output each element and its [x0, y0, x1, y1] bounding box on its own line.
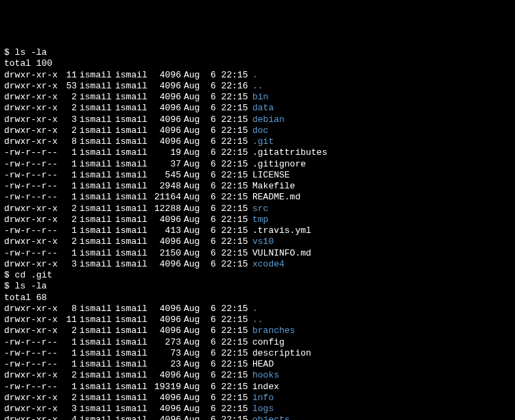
listing-row: drwxr-xr-x2ismailismail12288Aug 6 22:15s… — [4, 203, 511, 214]
command-text: ls -la — [15, 281, 47, 292]
listing-row: drwxr-xr-x3ismailismail4096Aug 6 22:15lo… — [4, 404, 511, 415]
link-count: 1 — [60, 359, 77, 370]
terminal-output[interactable]: $ ls -latotal 100drwxr-xr-x11ismailismai… — [4, 47, 511, 420]
link-count: 3 — [60, 114, 77, 125]
listing-row: -rw-r--r--1ismailismail413Aug 6 22:15.tr… — [4, 225, 511, 236]
owner-name: ismail — [77, 147, 112, 158]
permissions: -rw-r--r-- — [4, 147, 60, 158]
permissions: -rw-r--r-- — [4, 337, 60, 348]
link-count: 1 — [60, 337, 77, 348]
prompt-symbol: $ — [4, 47, 15, 58]
date-modified: Aug 6 22:15 — [181, 170, 250, 181]
group-name: ismail — [112, 125, 148, 136]
file-name: config — [250, 337, 285, 348]
directory-name: xcode4 — [250, 259, 285, 270]
link-count: 2 — [60, 125, 77, 136]
link-count: 2 — [60, 370, 77, 381]
owner-name: ismail — [77, 159, 112, 170]
group-name: ismail — [112, 359, 148, 370]
listing-row: drwxr-xr-x4ismailismail4096Aug 6 22:15ob… — [4, 415, 511, 420]
group-name: ismail — [112, 225, 148, 236]
listing-row: -rw-r--r--1ismailismail273Aug 6 22:15con… — [4, 337, 511, 348]
permissions: drwxr-xr-x — [4, 393, 60, 404]
listing-row: drwxr-xr-x2ismailismail4096Aug 6 22:15vs… — [4, 236, 511, 247]
link-count: 2 — [60, 92, 77, 103]
link-count: 2 — [60, 393, 77, 404]
directory-name: tmp — [250, 214, 268, 225]
file-size: 4096 — [148, 70, 181, 81]
file-name: LICENSE — [250, 170, 290, 181]
group-name: ismail — [112, 337, 148, 348]
link-count: 2 — [60, 325, 77, 336]
permissions: -rw-r--r-- — [4, 170, 60, 181]
date-modified: Aug 6 22:16 — [181, 81, 250, 92]
link-count: 2 — [60, 203, 77, 214]
group-name: ismail — [112, 159, 148, 170]
owner-name: ismail — [77, 136, 112, 147]
link-count: 53 — [60, 81, 77, 92]
file-name: .gitattributes — [250, 147, 327, 158]
link-count: 1 — [60, 192, 77, 203]
date-modified: Aug 6 22:15 — [181, 192, 250, 203]
date-modified: Aug 6 22:15 — [181, 181, 250, 192]
listing-row: drwxr-xr-x53ismailismail4096Aug 6 22:16.… — [4, 81, 511, 92]
link-count: 1 — [60, 170, 77, 181]
prompt-symbol: $ — [4, 270, 15, 281]
listing-row: drwxr-xr-x11ismailismail4096Aug 6 22:15. — [4, 70, 511, 81]
permissions: drwxr-xr-x — [4, 304, 60, 314]
file-size: 4096 — [148, 236, 181, 247]
permissions: drwxr-xr-x — [4, 92, 60, 103]
command-line: $ ls -la — [4, 47, 511, 58]
permissions: drwxr-xr-x — [4, 136, 60, 147]
directory-name: objects — [250, 415, 290, 420]
permissions: -rw-r--r-- — [4, 348, 60, 359]
file-size: 4096 — [148, 259, 181, 270]
link-count: 2 — [60, 236, 77, 247]
listing-row: drwxr-xr-x2ismailismail4096Aug 6 22:15tm… — [4, 214, 511, 225]
date-modified: Aug 6 22:15 — [181, 404, 250, 415]
file-size: 19 — [148, 147, 181, 158]
file-size: 2150 — [148, 248, 181, 259]
directory-name: .. — [250, 314, 263, 325]
directory-name: bin — [250, 92, 268, 103]
date-modified: Aug 6 22:15 — [181, 337, 250, 348]
date-modified: Aug 6 22:15 — [181, 125, 250, 136]
directory-name: doc — [250, 125, 268, 136]
file-name: Makefile — [250, 181, 295, 192]
date-modified: Aug 6 22:15 — [181, 225, 250, 236]
date-modified: Aug 6 22:15 — [181, 304, 250, 314]
directory-name: .git — [250, 136, 274, 147]
group-name: ismail — [112, 92, 148, 103]
owner-name: ismail — [77, 225, 112, 236]
permissions: -rw-r--r-- — [4, 159, 60, 170]
owner-name: ismail — [77, 92, 112, 103]
listing-row: drwxr-xr-x2ismailismail4096Aug 6 22:15br… — [4, 325, 511, 336]
date-modified: Aug 6 22:15 — [181, 136, 250, 147]
permissions: drwxr-xr-x — [4, 114, 60, 125]
prompt-symbol: $ — [4, 281, 15, 292]
file-size: 19319 — [148, 382, 181, 393]
group-name: ismail — [112, 404, 148, 415]
owner-name: ismail — [77, 393, 112, 404]
owner-name: ismail — [77, 114, 112, 125]
group-name: ismail — [112, 170, 148, 181]
listing-row: -rw-r--r--1ismailismail2948Aug 6 22:15Ma… — [4, 181, 511, 192]
command-line: $ cd .git — [4, 270, 511, 281]
link-count: 2 — [60, 214, 77, 225]
date-modified: Aug 6 22:15 — [181, 203, 250, 214]
date-modified: Aug 6 22:15 — [181, 214, 250, 225]
file-size: 4096 — [148, 92, 181, 103]
link-count: 11 — [60, 70, 77, 81]
file-size: 4096 — [148, 136, 181, 147]
group-name: ismail — [112, 314, 148, 325]
permissions: -rw-r--r-- — [4, 225, 60, 236]
group-name: ismail — [112, 147, 148, 158]
owner-name: ismail — [77, 404, 112, 415]
directory-name: vs10 — [250, 236, 274, 247]
permissions: drwxr-xr-x — [4, 214, 60, 225]
date-modified: Aug 6 22:15 — [181, 314, 250, 325]
permissions: drwxr-xr-x — [4, 415, 60, 420]
permissions: drwxr-xr-x — [4, 81, 60, 92]
listing-row: drwxr-xr-x11ismailismail4096Aug 6 22:15.… — [4, 314, 511, 325]
group-name: ismail — [112, 304, 148, 314]
